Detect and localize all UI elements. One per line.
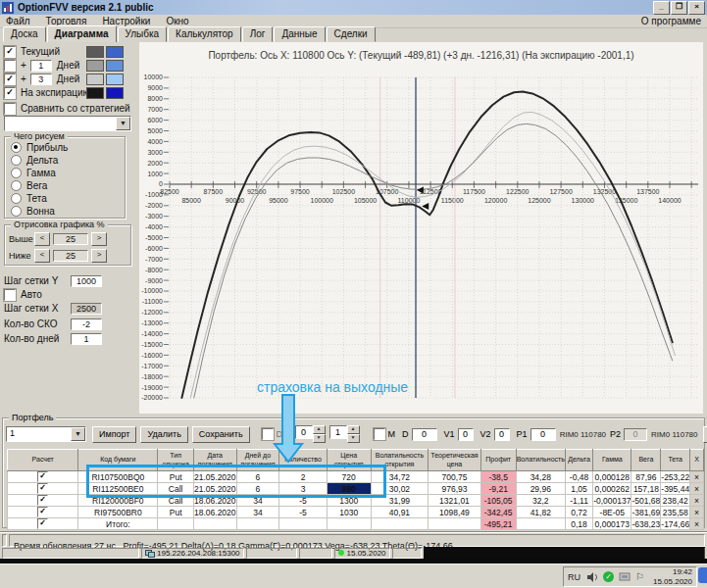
import-button[interactable]: Импорт xyxy=(92,426,136,443)
table-cell[interactable]: -1,11 xyxy=(565,495,592,507)
table-cell[interactable]: 235,58 xyxy=(661,507,690,518)
row-calc-checkbox[interactable]: ✓ xyxy=(8,471,78,483)
draw-option[interactable]: Гамма xyxy=(11,167,125,178)
profit-chart[interactable]: 1000090008000700060005000400030002000100… xyxy=(139,42,703,414)
plus1-color-swatch-2[interactable] xyxy=(106,60,124,72)
p2-input[interactable]: 0 xyxy=(624,428,647,441)
plus1-color-swatch-1[interactable] xyxy=(86,60,104,72)
speaker-icon[interactable] xyxy=(586,572,598,582)
table-cell[interactable]: RI107500BQ0 xyxy=(78,471,158,483)
table-cell[interactable]: 1321,01 xyxy=(429,495,480,507)
table-cell[interactable]: 87,96 xyxy=(631,471,661,483)
above-increase-button[interactable]: > xyxy=(91,232,107,246)
tab-доска[interactable]: Доска xyxy=(3,26,46,42)
current-color-swatch-1[interactable] xyxy=(86,46,104,58)
table-cell[interactable]: 18.06.2020 xyxy=(194,495,237,507)
table-cell[interactable]: 0,000173 xyxy=(593,518,631,530)
table-cell[interactable] xyxy=(327,518,371,530)
table-cell[interactable]: 21.05.2020 xyxy=(194,471,237,483)
table-cell[interactable]: -0,000137 xyxy=(593,495,631,507)
radio-icon[interactable] xyxy=(11,142,22,153)
table-cell[interactable]: 0,000128 xyxy=(593,471,631,483)
maximize-button[interactable]: ❐ xyxy=(671,1,687,15)
column-header[interactable]: Профит xyxy=(480,450,516,471)
table-cell[interactable]: 34 xyxy=(236,507,279,518)
compare-strategy-checkbox[interactable] xyxy=(4,103,16,115)
row-delete-button[interactable]: × xyxy=(690,518,704,530)
days-count-input[interactable]: 1 xyxy=(71,333,102,345)
expiration-checkbox[interactable]: ✓ xyxy=(4,87,16,99)
table-cell[interactable]: -253,22 xyxy=(661,471,690,483)
table-cell[interactable]: 976,93 xyxy=(429,483,480,495)
draw-option[interactable]: Вега xyxy=(11,179,125,191)
grid-step-y-input[interactable]: 1000 xyxy=(71,275,102,287)
flag-tray-icon[interactable]: ⚐ xyxy=(635,571,644,582)
column-header[interactable]: Цена открытия xyxy=(327,450,371,471)
menu-window[interactable]: Окно xyxy=(166,16,188,26)
column-header[interactable]: Дата погашения xyxy=(194,450,237,471)
d-input[interactable]: 0 xyxy=(412,428,437,441)
table-cell[interactable]: 1098,49 xyxy=(429,507,480,518)
chevron-down-icon[interactable]: ▼ xyxy=(71,427,85,441)
table-cell[interactable]: 6 xyxy=(236,471,279,483)
table-cell[interactable]: -495,21 xyxy=(480,518,516,530)
column-header[interactable]: Дельта xyxy=(565,450,592,471)
table-cell[interactable]: -638,23 xyxy=(631,518,661,530)
table-cell[interactable]: 21.05.2020 xyxy=(194,483,237,495)
plus3-color-swatch-2[interactable] xyxy=(106,74,124,85)
plus1-days-input[interactable]: 1 xyxy=(30,60,52,72)
table-cell[interactable]: -38,5 xyxy=(480,471,516,483)
below-decrease-button[interactable]: < xyxy=(34,249,50,263)
calc-go-button[interactable]: Рассчитать ГО xyxy=(703,426,707,443)
table-cell[interactable]: 18.06.2020 xyxy=(194,507,237,518)
menu-file[interactable]: Файл xyxy=(6,16,30,26)
table-cell[interactable]: 34,72 xyxy=(371,471,429,483)
table-cell[interactable]: -8E-05 xyxy=(593,507,631,518)
tab-диаграмма[interactable]: Диаграмма xyxy=(47,25,117,43)
row-calc-checkbox[interactable]: ✓ xyxy=(8,518,78,530)
table-cell[interactable]: Put xyxy=(158,471,194,483)
table-cell[interactable] xyxy=(236,518,279,530)
table-cell[interactable]: 34,28 xyxy=(516,471,565,483)
m-checkbox[interactable] xyxy=(374,428,385,440)
above-decrease-button[interactable]: < xyxy=(34,232,50,246)
menu-about[interactable]: О программе xyxy=(641,16,701,26)
app-tray-icon[interactable] xyxy=(619,572,631,582)
table-cell[interactable]: 238,42 xyxy=(661,495,690,507)
current-checkbox[interactable]: ✓ xyxy=(4,46,16,58)
row-calc-checkbox[interactable]: ✓ xyxy=(8,507,78,518)
row-calc-checkbox[interactable]: ✓ xyxy=(8,483,78,495)
auto-checkbox[interactable] xyxy=(4,289,16,301)
table-cell[interactable]: 40,91 xyxy=(371,507,429,518)
table-cell[interactable]: 1030 xyxy=(327,507,371,518)
tab-данные[interactable]: Данные xyxy=(274,26,325,42)
language-indicator[interactable]: RU xyxy=(568,572,581,582)
table-cell[interactable]: -0,48 xyxy=(565,471,592,483)
table-cell[interactable]: -381,69 xyxy=(631,507,661,518)
p1-input[interactable]: 0 xyxy=(530,428,556,441)
close-button[interactable]: × xyxy=(688,1,705,15)
column-header[interactable]: Расчет xyxy=(8,450,78,471)
table-cell[interactable] xyxy=(158,518,194,530)
plus3-days-input[interactable]: 3 xyxy=(30,74,52,85)
row-delete-button[interactable]: × xyxy=(690,471,704,483)
dh-checkbox[interactable] xyxy=(262,428,274,440)
table-cell[interactable]: Итого: xyxy=(78,518,158,530)
column-header[interactable]: Код бумаги xyxy=(78,450,158,471)
table-cell[interactable]: 31,99 xyxy=(371,495,429,507)
table-cell[interactable]: -501,68 xyxy=(631,495,661,507)
column-header[interactable]: Тип опциона xyxy=(158,450,194,471)
column-header[interactable]: Волатильность открытия xyxy=(371,450,429,471)
column-header[interactable]: Волатильность xyxy=(516,450,565,471)
table-cell[interactable]: 1,05 xyxy=(565,483,592,495)
table-cell[interactable] xyxy=(279,518,327,530)
table-cell[interactable]: 157,18 xyxy=(631,483,661,495)
plus3-color-swatch-1[interactable] xyxy=(86,74,104,85)
sko-count-input[interactable]: -2 xyxy=(71,318,102,330)
row-delete-button[interactable]: × xyxy=(690,483,704,495)
minimize-button[interactable]: _ xyxy=(653,1,670,15)
radio-icon[interactable] xyxy=(11,206,22,217)
table-cell[interactable]: 41,82 xyxy=(516,507,565,518)
spinner-b[interactable]: 1 ▲▼ xyxy=(329,425,360,443)
radio-icon[interactable] xyxy=(11,155,22,166)
